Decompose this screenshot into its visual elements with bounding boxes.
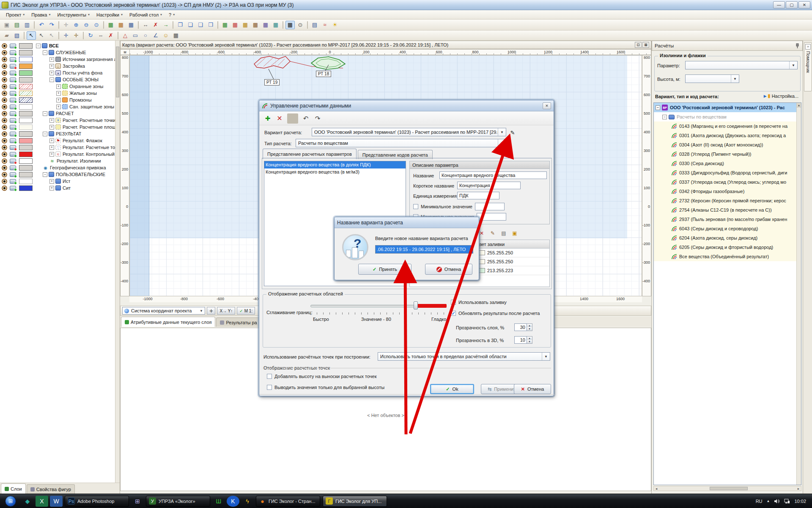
- parameter-item[interactable]: Концентрация вредного вещества (в мг/м3): [264, 168, 406, 176]
- toolbar-icon[interactable]: ☀: [330, 21, 340, 29]
- pin-icon[interactable]: [795, 43, 800, 49]
- taskbar-item[interactable]: ◆: [20, 496, 35, 507]
- printer-icon[interactable]: [10, 84, 16, 89]
- use-fill-checkbox[interactable]: [451, 300, 456, 305]
- toolbar-icon[interactable]: ↖: [37, 31, 46, 40]
- toolbar-icon[interactable]: [34, 21, 35, 29]
- toolbar-icon[interactable]: ❒: [206, 21, 215, 29]
- visibility-eye-icon[interactable]: [2, 70, 7, 76]
- menu-item[interactable]: Рабочий стол▾: [126, 11, 165, 19]
- layer-row[interactable]: + ∵ Результат. Расчетные точки: [0, 144, 120, 151]
- substance-row[interactable]: 6204 (Азота диоксид, серы диоксид): [654, 233, 801, 243]
- layer-row[interactable]: + Расчет. Расчетные точки: [0, 117, 120, 124]
- layer-color-swatch[interactable]: [19, 50, 33, 55]
- scroll-up-icon[interactable]: ▲: [797, 103, 801, 108]
- layer-row[interactable]: + Расчет. Расчетные площа...: [0, 124, 120, 130]
- toolbar-icon[interactable]: ✛: [61, 21, 71, 29]
- layer-label[interactable]: Расчет. Расчетные площа...: [63, 124, 120, 130]
- menu-item[interactable]: ?▾: [165, 11, 178, 19]
- visibility-eye-icon[interactable]: [2, 118, 7, 123]
- expand-toggle[interactable]: −: [656, 105, 660, 110]
- layer-color-swatch[interactable]: [19, 70, 33, 76]
- menu-item[interactable]: Инструменты▾: [54, 11, 93, 19]
- toolbar-icon[interactable]: ▦: [251, 21, 260, 29]
- slider-thumb[interactable]: [414, 301, 418, 309]
- layer-row[interactable]: − РАСЧЕТ: [0, 110, 120, 117]
- layer-row[interactable]: − РЕЗУЛЬТАТ: [0, 130, 120, 137]
- taskbar-item[interactable]: K: [226, 496, 240, 507]
- layer-row[interactable]: ≋ Результат. Изолинии: [0, 157, 120, 164]
- layer-label[interactable]: ОСОБЫЕ ЗОНЫ: [63, 77, 99, 82]
- settings-link[interactable]: ▶▮ Настройка...: [764, 93, 798, 99]
- expand-toggle[interactable]: +: [49, 145, 54, 150]
- toolbar-icon[interactable]: ↔: [141, 21, 150, 29]
- visibility-eye-icon[interactable]: [2, 97, 7, 103]
- substance-row[interactable]: 0328 (Углерод (Пигмент черный)): [654, 149, 801, 159]
- layer-label[interactable]: Сит: [63, 185, 71, 190]
- toolbar-icon[interactable]: ✛: [71, 31, 81, 40]
- printer-icon[interactable]: [10, 50, 16, 55]
- layer-row[interactable]: − ВСЕ: [0, 42, 120, 49]
- substance-row[interactable]: 6043 (Серы диоксид и сероводород): [654, 224, 801, 233]
- toolbar-icon[interactable]: [83, 32, 84, 39]
- layer-label[interactable]: Охранные зоны: [69, 84, 103, 89]
- toolbar-icon[interactable]: ▧: [12, 31, 22, 40]
- min-value-field[interactable]: [475, 203, 505, 210]
- visibility-eye-icon[interactable]: [2, 84, 7, 89]
- visibility-eye-icon[interactable]: [2, 185, 7, 191]
- taskbar-item[interactable]: ϟ: [240, 496, 255, 507]
- printer-icon[interactable]: [10, 132, 16, 136]
- taskbar-item[interactable]: ⊞: [130, 496, 145, 507]
- toolbar-icon[interactable]: ⊙: [92, 21, 101, 29]
- layer-label[interactable]: Результат. Расчетные точки: [63, 145, 120, 150]
- printer-icon[interactable]: [10, 57, 16, 62]
- taskbar-item[interactable]: У УПРЗА «Эколог»: [145, 496, 211, 507]
- printer-icon[interactable]: [10, 91, 16, 96]
- toolbar-icon[interactable]: ≈: [320, 21, 329, 29]
- printer-icon[interactable]: [10, 64, 16, 69]
- opacity-3d-spinner[interactable]: 10 ▲▼: [514, 336, 532, 344]
- toolbar-icon[interactable]: ↻: [86, 31, 95, 40]
- layer-label[interactable]: Ист: [63, 179, 70, 184]
- toolbar-icon[interactable]: ▭: [131, 31, 140, 40]
- menu-item[interactable]: Правка▾: [28, 11, 54, 19]
- layer-color-swatch[interactable]: [19, 124, 33, 130]
- expand-toggle[interactable]: +: [56, 91, 61, 96]
- scroll-left-icon[interactable]: ◄: [654, 487, 659, 490]
- spin-up-icon[interactable]: ▲: [527, 337, 532, 340]
- toolbar-icon[interactable]: ▦: [285, 21, 295, 29]
- accept-button[interactable]: ✓Принять: [358, 264, 411, 275]
- toolbar-icon[interactable]: ○: [141, 31, 150, 40]
- layer-color-swatch[interactable]: [19, 185, 33, 191]
- toolbar-icon[interactable]: [307, 21, 308, 29]
- name-field[interactable]: Концентрация вредного вещества: [439, 171, 547, 179]
- layer-label[interactable]: Результат. Контрольный ...: [63, 152, 120, 157]
- layer-row[interactable]: + ▲ Посты учёта фона: [0, 69, 120, 76]
- map-data-tab[interactable]: Результаты ра: [216, 318, 261, 327]
- float-window-icon[interactable]: ⊡: [635, 42, 642, 48]
- substance-row[interactable]: 0333 (Дигидросульфид (Водород сернистый,…: [654, 168, 801, 177]
- dialog-toolbar-icon[interactable]: ↷: [312, 113, 323, 124]
- maximize-button[interactable]: ▢: [786, 1, 798, 8]
- show-hidden-icons-icon[interactable]: ▲: [767, 499, 770, 503]
- printer-icon[interactable]: [10, 159, 16, 163]
- taskbar-item[interactable]: W: [49, 496, 63, 507]
- expand-toggle[interactable]: +: [49, 152, 54, 157]
- layer-color-swatch[interactable]: [19, 172, 33, 177]
- toolbar-icon[interactable]: ✛: [61, 31, 71, 40]
- variant-select[interactable]: ООО 'Ростовский зерновой терминал' (1023…: [312, 128, 506, 136]
- layer-label[interactable]: РАСЧЕТ: [56, 111, 74, 116]
- visibility-eye-icon[interactable]: [2, 43, 7, 49]
- taskbar-item[interactable]: Ш: [211, 496, 226, 507]
- taskbar-app-icon[interactable]: W: [50, 496, 63, 507]
- taskbar-item[interactable]: Ps Adobe Photoshop: [63, 496, 130, 507]
- visibility-eye-icon[interactable]: [2, 165, 7, 171]
- layer-color-swatch[interactable]: [19, 64, 33, 69]
- printer-icon[interactable]: [10, 138, 16, 143]
- layer-label[interactable]: РЕЗУЛЬТАТ: [56, 131, 81, 136]
- map-data-tab[interactable]: Атрибутивные данные текущего слоя: [121, 317, 215, 327]
- printer-icon[interactable]: [10, 186, 16, 190]
- toolbar-icon[interactable]: [217, 21, 218, 29]
- points-usage-select[interactable]: Использовать только точки в пределах рас…: [378, 352, 550, 361]
- expand-toggle[interactable]: +: [49, 125, 54, 130]
